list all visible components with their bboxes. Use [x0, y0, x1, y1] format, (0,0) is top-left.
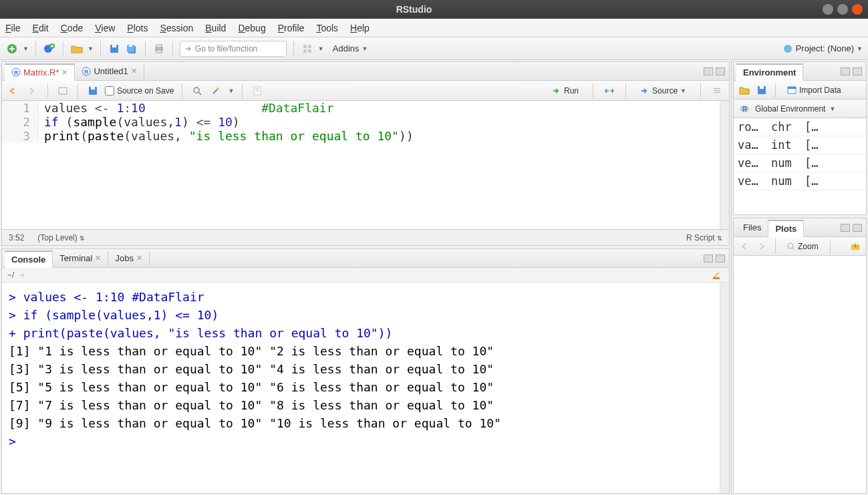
menu-help[interactable]: Help	[350, 23, 370, 33]
zoom-button[interactable]: Zoom	[782, 240, 823, 253]
close-icon[interactable]: ✕	[131, 67, 137, 75]
source-button[interactable]: Source ▼	[635, 84, 691, 98]
editor-tab[interactable]: RUntitled1✕	[75, 63, 144, 79]
close-icon[interactable]: ✕	[95, 254, 101, 263]
viewer-tab-plots[interactable]: Plots	[768, 220, 804, 237]
new-project-icon[interactable]	[43, 42, 56, 55]
new-file-icon[interactable]	[5, 42, 19, 55]
menu-bar: FileEditCodeViewPlotsSessionBuildDebugPr…	[0, 19, 868, 37]
goto-file-input[interactable]: Go to file/function	[180, 41, 287, 57]
report-icon[interactable]	[251, 84, 264, 98]
outline-icon[interactable]	[710, 84, 724, 98]
svg-rect-22	[91, 87, 95, 90]
save-icon[interactable]	[86, 84, 100, 98]
viewer-tab-files[interactable]: Files	[736, 220, 768, 235]
menu-plots[interactable]: Plots	[127, 23, 148, 33]
project-label[interactable]: Project: (None)	[796, 43, 854, 53]
pane-minimize-button[interactable]	[704, 255, 713, 263]
menu-tools[interactable]: Tools	[316, 23, 338, 33]
pane-maximize-button[interactable]	[716, 67, 725, 75]
pane-minimize-button[interactable]	[704, 67, 713, 75]
save-icon[interactable]	[108, 42, 121, 55]
clear-console-icon[interactable]	[710, 269, 724, 282]
svg-rect-26	[255, 90, 259, 90]
show-in-new-window-icon[interactable]	[56, 84, 69, 98]
menu-build[interactable]: Build	[205, 23, 226, 33]
env-variable-row[interactable]: ve…num[…	[734, 172, 866, 190]
console-output[interactable]: > values <- 1:10 #DataFlair> if (sample(…	[2, 283, 720, 493]
source-on-save-checkbox[interactable]: Source on Save	[105, 86, 174, 96]
code-editor[interactable]: 1values <- 1:10 #DataFlair2if (sample(va…	[2, 101, 720, 229]
menu-code[interactable]: Code	[61, 23, 83, 33]
pane-minimize-button[interactable]	[841, 67, 850, 75]
code-line[interactable]: 1values <- 1:10 #DataFlair	[2, 101, 720, 115]
menu-profile[interactable]: Profile	[278, 23, 305, 33]
console-line: [5] "5 is less than or equal to 10" "6 i…	[9, 378, 713, 396]
pane-maximize-button[interactable]	[716, 255, 725, 263]
viewer-tabs: FilesPlots	[734, 218, 866, 237]
console-tab-jobs[interactable]: Jobs✕	[108, 251, 149, 266]
wand-icon[interactable]	[209, 84, 223, 98]
save-workspace-icon[interactable]	[755, 84, 768, 97]
r-icon: R	[738, 102, 751, 116]
menu-session[interactable]: Session	[160, 23, 193, 33]
dropdown-arrow-icon[interactable]: ▼	[23, 45, 29, 52]
menu-file[interactable]: File	[5, 23, 21, 33]
forward-icon[interactable]	[26, 84, 39, 98]
open-file-icon[interactable]	[70, 42, 84, 55]
env-variable-row[interactable]: va…int[…	[734, 136, 866, 154]
load-workspace-icon[interactable]	[738, 84, 751, 97]
close-icon[interactable]: ✕	[136, 254, 142, 263]
env-variable-row[interactable]: ve…num[…	[734, 154, 866, 172]
environment-tabs: Environment	[734, 62, 866, 81]
print-icon[interactable]	[152, 42, 166, 55]
pane-maximize-button[interactable]	[853, 224, 862, 232]
environment-toolbar: Import Data	[734, 81, 866, 100]
plot-forward-icon[interactable]	[755, 240, 768, 253]
pane-minimize-button[interactable]	[841, 224, 850, 232]
tab-label: Plots	[775, 224, 797, 234]
find-icon[interactable]	[190, 84, 204, 98]
tab-label: Jobs	[115, 253, 133, 263]
scope-selector[interactable]: (Top Level) ⇅	[37, 233, 85, 242]
environment-scope[interactable]: Global Environment	[755, 104, 825, 114]
editor-scrollbar[interactable]	[720, 101, 729, 229]
console-popout-icon[interactable]	[18, 272, 26, 279]
dropdown-arrow-icon[interactable]: ▼	[228, 88, 234, 94]
environment-scope-bar: R Global Environment ▼	[734, 100, 866, 118]
code-line[interactable]: 2if (sample(values,1) <= 10)	[2, 115, 720, 129]
menu-edit[interactable]: Edit	[33, 23, 49, 33]
editor-tab[interactable]: RMatrix.R*✕	[5, 63, 75, 81]
tab-label: Files	[743, 222, 761, 232]
console-tab-terminal[interactable]: Terminal✕	[53, 251, 108, 266]
svg-rect-13	[303, 49, 307, 53]
back-icon[interactable]	[7, 84, 21, 98]
window-maximize-button[interactable]	[837, 4, 848, 15]
dropdown-arrow-icon[interactable]: ▼	[318, 45, 324, 52]
rerun-icon[interactable]	[603, 84, 616, 98]
dropdown-arrow-icon[interactable]: ▼	[857, 45, 863, 52]
console-tab-console[interactable]: Console	[5, 251, 53, 268]
goto-placeholder: Go to file/function	[195, 44, 257, 53]
close-icon[interactable]: ✕	[61, 68, 67, 77]
dropdown-arrow-icon[interactable]: ▼	[88, 45, 94, 52]
file-type-selector[interactable]: R Script ⇅	[686, 233, 722, 242]
save-all-icon[interactable]	[125, 42, 138, 55]
svg-rect-20	[59, 88, 67, 94]
svg-rect-31	[713, 277, 720, 279]
export-icon[interactable]	[849, 240, 862, 253]
window-close-button[interactable]	[852, 4, 863, 15]
menu-debug[interactable]: Debug	[238, 23, 265, 33]
tab-environment[interactable]: Environment	[736, 63, 803, 81]
code-line[interactable]: 3print(paste(values, "is less than or eq…	[2, 129, 720, 143]
run-button[interactable]: Run	[547, 84, 583, 98]
pane-maximize-button[interactable]	[853, 67, 862, 75]
window-minimize-button[interactable]	[823, 4, 833, 15]
grid-icon[interactable]	[301, 42, 314, 55]
import-dataset-button[interactable]: Import Data	[782, 84, 846, 97]
menu-view[interactable]: View	[95, 23, 115, 33]
console-scrollbar[interactable]	[720, 283, 729, 493]
env-variable-row[interactable]: ro…chr[…	[734, 118, 866, 136]
addins-button[interactable]: Addins ▼	[328, 41, 373, 55]
plot-back-icon[interactable]	[738, 240, 751, 253]
